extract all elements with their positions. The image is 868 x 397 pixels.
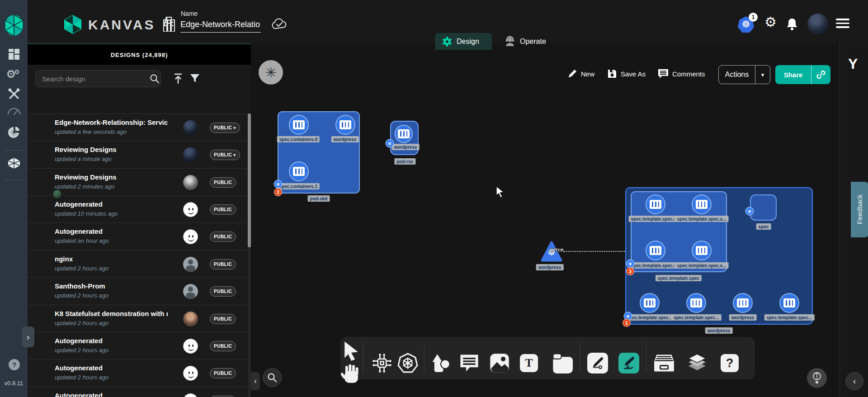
actions-button[interactable]: Actions ▾	[718, 65, 770, 84]
notifications-bell-icon[interactable]	[786, 17, 798, 31]
kubernetes-badge[interactable]: ☸	[274, 180, 283, 189]
copy-link-icon[interactable]	[816, 70, 826, 80]
save-as-button[interactable]: Save As	[607, 65, 646, 83]
node-label: wordpress	[331, 136, 359, 142]
zoom-button[interactable]	[263, 368, 282, 387]
visibility-badge[interactable]: PUBLIC	[210, 177, 236, 188]
sidebar-item-configuration[interactable]	[8, 88, 20, 100]
design-list-item[interactable]: nginx updated 2 hours ago PUBLIC	[28, 250, 247, 278]
tab-design[interactable]: Design	[435, 33, 492, 50]
kubernetes-badge[interactable]: ☸	[386, 139, 394, 148]
container-icon	[293, 120, 305, 129]
container-node-wordpress[interactable]	[733, 293, 753, 313]
visibility-badge[interactable]: PUBLIC	[210, 341, 236, 351]
container-node-wordpress[interactable]	[395, 125, 413, 143]
layers-tool-icon[interactable]	[687, 353, 708, 373]
container-node-template[interactable]	[692, 241, 712, 260]
select-tool-icon[interactable]	[341, 340, 362, 361]
group-node-spec-template-spec[interactable]	[631, 191, 727, 272]
help-tool-icon[interactable]: ?	[719, 353, 740, 373]
issue-count-badge[interactable]: 2	[274, 188, 282, 196]
design-updated: updated 2 hours ago	[55, 347, 108, 354]
visibility-badge[interactable]: PUBLIC▾	[210, 150, 240, 160]
import-design-icon[interactable]	[173, 73, 183, 85]
design-updated: updated 2 hours ago	[55, 265, 108, 272]
container-node-template[interactable]	[779, 293, 799, 313]
sidebar-item-lifecycle[interactable]: ⚙⚙	[6, 68, 21, 80]
design-updated: updated 2 minutes ago	[55, 183, 114, 190]
visibility-badge[interactable]: PUBLIC	[210, 368, 236, 378]
actions-caret-icon[interactable]: ▾	[755, 71, 770, 78]
drawer-archive-tool-icon[interactable]	[654, 353, 675, 373]
meshery-logo[interactable]	[4, 14, 24, 36]
text-tool-icon[interactable]: T	[519, 353, 539, 373]
design-name-input[interactable]	[180, 20, 261, 33]
feedback-tab[interactable]: Feedback	[851, 182, 868, 237]
note-tool-icon[interactable]	[552, 353, 573, 373]
visibility-badge[interactable]: PUBLIC	[210, 286, 236, 297]
help-button[interactable]: ?	[9, 359, 20, 370]
design-list-item[interactable]: Autogenerated updated 2 hours ago PUBLIC	[28, 359, 247, 387]
container-node-template[interactable]	[686, 293, 706, 313]
sidebar-item-performance[interactable]	[7, 107, 21, 115]
container-node-wordpress[interactable]	[335, 115, 355, 135]
panel-collapse-button[interactable]: ‹	[251, 372, 260, 390]
settings-gear-icon[interactable]: ⚙	[764, 15, 777, 29]
design-canvas[interactable]: ✳ New Save As Comments Actions ▾ Share s…	[251, 43, 840, 397]
container-node-template[interactable]	[646, 194, 665, 214]
design-list-item[interactable]: Santhosh-Prom updated 2 hours ago PUBLIC	[28, 277, 247, 305]
design-list-item[interactable]: K8 Statefulset demonstration with mo upd…	[28, 305, 247, 332]
node-spec[interactable]	[750, 194, 777, 221]
user-avatar[interactable]	[807, 14, 828, 34]
pencil-icon	[567, 69, 577, 79]
visibility-badge[interactable]: PUBLIC	[210, 259, 236, 269]
sidebar-expand-button[interactable]: ›	[22, 326, 34, 347]
menu-hamburger-icon[interactable]	[836, 19, 849, 30]
owner-avatar	[183, 229, 198, 244]
visibility-badge[interactable]: PUBLIC	[210, 232, 236, 242]
comments-button[interactable]: Comments	[658, 65, 705, 83]
container-node-spec-containers-0[interactable]	[289, 115, 309, 135]
freehand-draw-tool[interactable]	[618, 353, 639, 373]
image-tool-icon[interactable]	[489, 353, 510, 373]
design-list-item[interactable]: Reviewing Designs updated a minute ago P…	[28, 141, 247, 168]
design-list-item[interactable]: Autogenerated updated an hour ago PUBLIC	[28, 222, 247, 250]
new-button[interactable]: New	[567, 65, 594, 83]
issue-count-badge[interactable]: 1	[623, 319, 631, 327]
design-list-item[interactable]: Autogenerated updated 10 minutes ago PUB…	[28, 195, 247, 223]
container-icon	[644, 298, 656, 307]
container-node-template[interactable]	[692, 194, 712, 214]
visibility-badge[interactable]: PUBLIC	[210, 204, 236, 215]
kubernetes-tool-icon[interactable]	[397, 353, 418, 373]
visibility-badge[interactable]: PUBLIC▾	[210, 123, 240, 133]
design-list-item[interactable]: Autogenerated updated 2 hours ago PUBLIC	[28, 332, 247, 359]
container-node-template[interactable]	[646, 241, 665, 260]
rail-collapse-button[interactable]: ‹	[845, 372, 863, 390]
components-tool-icon[interactable]	[372, 353, 392, 373]
kubernetes-badge[interactable]: ☸	[745, 207, 754, 216]
tab-operate[interactable]: Operate	[497, 33, 554, 50]
kubernetes-badge[interactable]: ☸	[626, 260, 635, 268]
canvas-menu-button[interactable]: ✳	[259, 60, 283, 85]
design-list-item[interactable]: Autogenerated PUBLIC	[28, 387, 247, 397]
shapes-tool-icon[interactable]	[430, 353, 451, 373]
search-input[interactable]	[35, 70, 161, 87]
design-list-item[interactable]: Edge-Network-Relationship: Service updat…	[28, 113, 247, 141]
issue-count-badge[interactable]: 3	[626, 267, 634, 275]
pan-hand-tool-icon[interactable]	[341, 364, 362, 384]
right-rail-tool-icon[interactable]: Y	[848, 56, 858, 72]
panel-scrollbar-thumb[interactable]	[248, 113, 251, 247]
quick-tour-button[interactable]	[807, 368, 827, 388]
container-node-spec-containers-1[interactable]	[289, 161, 309, 181]
share-button[interactable]: Share	[775, 65, 830, 84]
sidebar-item-extensions[interactable]	[8, 126, 20, 139]
connector-pen-tool[interactable]	[587, 353, 608, 373]
container-node-template[interactable]	[640, 293, 660, 313]
comment-tool-icon[interactable]	[459, 353, 480, 373]
design-name: K8 Statefulset demonstration with mo	[55, 310, 168, 317]
visibility-badge[interactable]: PUBLIC	[210, 314, 236, 324]
filter-icon[interactable]	[189, 73, 200, 84]
sidebar-item-dashboard[interactable]	[8, 48, 20, 60]
sidebar-item-kanvas[interactable]	[7, 157, 21, 169]
k8s-wheel-icon: ☸	[741, 19, 750, 30]
